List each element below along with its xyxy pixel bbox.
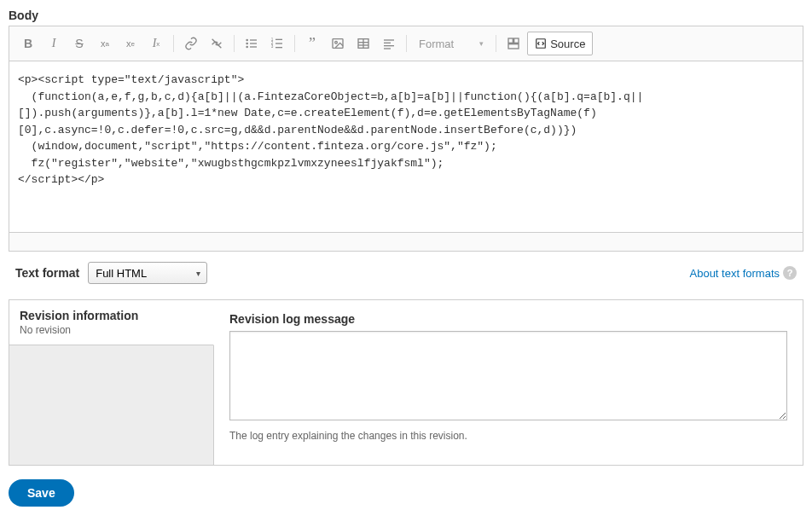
actions-row: Save (9, 479, 803, 507)
text-format-select[interactable]: Full HTML (88, 262, 207, 284)
align-button[interactable] (377, 32, 401, 55)
svg-rect-21 (384, 45, 394, 46)
revision-content: Revision log message The log entry expla… (214, 300, 803, 465)
text-format-row: Text format Full HTML About text formats… (9, 252, 803, 291)
svg-point-14 (335, 41, 338, 43)
revision-box: Revision information No revision Revisio… (9, 299, 803, 466)
strike-button[interactable]: S (67, 32, 91, 55)
toolbar-separator (173, 35, 174, 52)
svg-rect-12 (276, 47, 282, 48)
table-button[interactable] (351, 32, 375, 55)
svg-rect-2 (250, 39, 257, 40)
revision-log-help: The log entry explaining the changes in … (229, 430, 787, 442)
superscript-button[interactable]: xa (93, 32, 117, 55)
italic-button[interactable]: I (42, 32, 66, 55)
editor-footer (9, 232, 803, 251)
unordered-list-button[interactable] (240, 32, 264, 55)
svg-rect-4 (250, 43, 257, 43)
revision-tab-title: Revision information (20, 309, 203, 322)
save-button[interactable]: Save (9, 479, 74, 507)
revision-tabs: Revision information No revision (9, 300, 214, 465)
svg-point-5 (246, 46, 248, 49)
svg-rect-19 (384, 39, 394, 40)
svg-text:3: 3 (271, 44, 274, 49)
editor-toolbar: B I S xa xe Ix 123 ” Format (9, 26, 803, 61)
subscript-button[interactable]: xe (119, 32, 142, 55)
svg-point-1 (246, 39, 248, 42)
svg-rect-22 (384, 48, 391, 49)
about-text-formats-label: About text formats (690, 267, 780, 280)
revision-info-tab[interactable]: Revision information No revision (9, 300, 214, 345)
link-button[interactable] (179, 32, 203, 55)
svg-rect-6 (250, 46, 257, 47)
revision-log-textarea[interactable] (229, 331, 787, 420)
toolbar-separator (234, 35, 235, 52)
remove-format-button[interactable]: Ix (144, 32, 168, 55)
body-editor: B I S xa xe Ix 123 ” Format (9, 26, 803, 252)
source-icon (535, 38, 547, 49)
source-button-label: Source (550, 38, 585, 50)
ordered-list-button[interactable]: 123 (265, 32, 289, 55)
body-label: Body (9, 9, 803, 22)
revision-log-label: Revision log message (229, 312, 787, 326)
svg-rect-25 (508, 44, 519, 49)
unlink-button[interactable] (205, 32, 229, 55)
source-button[interactable]: Source (527, 32, 593, 55)
bold-button[interactable]: B (16, 32, 40, 55)
image-button[interactable] (326, 32, 350, 55)
svg-rect-20 (384, 43, 391, 43)
svg-rect-8 (276, 39, 282, 40)
svg-rect-10 (276, 43, 282, 43)
revision-tab-sub: No revision (20, 324, 203, 336)
show-blocks-button[interactable] (502, 32, 525, 55)
toolbar-separator (294, 35, 295, 52)
blockquote-button[interactable]: ” (300, 32, 324, 55)
svg-rect-23 (508, 38, 513, 43)
chevron-down-icon: ▾ (479, 39, 484, 48)
text-format-label: Text format (15, 266, 79, 280)
editor-content-area[interactable]: <p><script type="text/javascript"> (func… (9, 61, 803, 232)
svg-rect-24 (514, 38, 519, 43)
format-dropdown-label: Format (419, 38, 454, 50)
toolbar-separator (406, 35, 407, 52)
format-dropdown[interactable]: Format ▾ (412, 32, 490, 55)
help-icon: ? (783, 266, 797, 280)
svg-point-3 (246, 43, 248, 45)
about-text-formats-link[interactable]: About text formats ? (690, 266, 798, 280)
toolbar-separator (496, 35, 496, 52)
